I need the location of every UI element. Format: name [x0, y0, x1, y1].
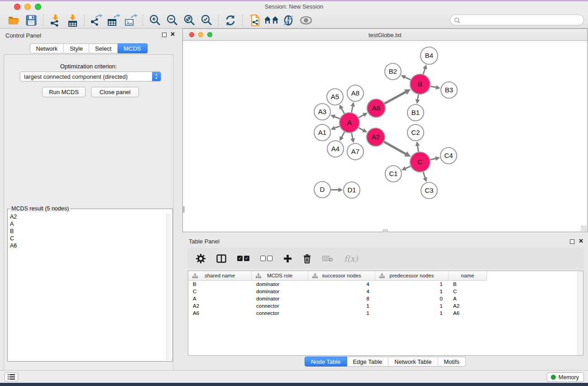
tab-mcds[interactable]: MCDS — [118, 43, 147, 53]
show-graphics-details-button[interactable] — [297, 13, 315, 28]
float-table-panel-icon[interactable] — [570, 239, 574, 244]
graph-node-B3[interactable]: B3 — [441, 82, 457, 98]
column-header-successor-nodes[interactable]: successor nodes — [308, 271, 375, 281]
graph-edge-C-C1[interactable] — [402, 166, 411, 170]
graph-edge-C-C3[interactable] — [423, 172, 427, 182]
graph-edge-A6-B[interactable] — [384, 89, 411, 104]
graph-edge-C-C2[interactable] — [416, 141, 420, 152]
column-header-predecessor-nodes[interactable]: predecessor nodes — [375, 271, 449, 281]
memory-button[interactable]: Memory — [547, 372, 584, 382]
table-cell[interactable]: A2 — [449, 303, 487, 309]
graph-node-B1[interactable]: B1 — [407, 105, 424, 121]
table-cell[interactable]: A6 — [188, 310, 252, 316]
zoom-out-button[interactable] — [163, 13, 181, 28]
table-row[interactable]: A2connector11A2 — [188, 302, 583, 310]
graph-edge-C-C4[interactable] — [430, 157, 440, 161]
graph-node-A2[interactable]: A2 — [367, 128, 385, 146]
table-cell[interactable]: connector — [252, 310, 308, 316]
graph-node-C[interactable]: C — [410, 152, 430, 172]
zoom-selected-button[interactable] — [198, 13, 215, 28]
table-cell[interactable]: 4 — [308, 289, 375, 294]
table-cell[interactable]: B — [188, 281, 252, 287]
graph-node-D[interactable]: D — [314, 181, 330, 198]
titlebar[interactable]: Session: New Session — [0, 1, 588, 12]
graph-edge-B-B1[interactable] — [416, 95, 420, 104]
canvas-vscroll-thumb[interactable] — [183, 206, 185, 213]
close-panel-button[interactable]: Close panel — [91, 87, 139, 97]
column-header-mcds-role[interactable]: MCDS role — [252, 271, 308, 281]
graph-node-A7[interactable]: A7 — [347, 143, 363, 160]
table-cell[interactable]: 1 — [375, 281, 449, 287]
table-row[interactable]: Bdominator41B — [188, 281, 583, 288]
mcds-result-item[interactable]: B — [9, 228, 165, 235]
new-network-from-selection-button[interactable] — [246, 13, 263, 28]
table-cell[interactable]: 1 — [375, 303, 449, 309]
graph-edge-B-B2[interactable] — [401, 75, 411, 80]
graph-node-C4[interactable]: C4 — [440, 148, 457, 164]
table-cell[interactable]: connector — [252, 303, 308, 309]
table-row[interactable]: A6connector11A6 — [188, 310, 583, 317]
mcds-result-item[interactable]: A6 — [9, 242, 165, 249]
split-view-button[interactable] — [216, 254, 226, 263]
delete-column-button[interactable] — [303, 254, 311, 263]
table-cell[interactable]: 4 — [308, 281, 375, 287]
graph-node-A5[interactable]: A5 — [327, 89, 343, 105]
network-graph[interactable]: AA1A2A3A4A5A6A7A8BB1B2B3B4CC1C2C3C4DD1 — [183, 41, 587, 232]
graph-edge-D-D1[interactable] — [331, 188, 343, 192]
mcds-result-item[interactable]: A2 — [9, 213, 165, 220]
graph-edge-B-B3[interactable] — [430, 85, 440, 90]
tab-network[interactable]: Network — [29, 43, 64, 53]
table-cell[interactable]: B — [449, 281, 487, 287]
table-tab-motifs[interactable]: Motifs — [438, 357, 466, 367]
close-table-panel-icon[interactable]: ✕ — [578, 238, 583, 244]
export-image-button[interactable] — [122, 13, 139, 28]
task-history-button[interactable] — [5, 372, 18, 381]
graph-node-C3[interactable]: C3 — [421, 182, 437, 199]
mcds-list-scrollbar[interactable] — [166, 213, 172, 360]
graph-edge-A-A3[interactable] — [330, 114, 340, 119]
table-cell[interactable]: 1 — [375, 289, 449, 294]
graph-edge-A2-C[interactable] — [384, 142, 411, 157]
table-cell[interactable]: 1 — [375, 310, 449, 316]
search-field[interactable] — [450, 14, 584, 25]
criterion-dropdown[interactable]: largest connected component (directed) ▲… — [20, 71, 161, 81]
table-cell[interactable]: 1 — [308, 310, 375, 316]
column-header-name[interactable]: name — [449, 271, 487, 281]
resize-grip-icon[interactable] — [581, 226, 587, 231]
graph-node-C2[interactable]: C2 — [407, 124, 424, 141]
divider-grip[interactable] — [382, 229, 388, 232]
tab-style[interactable]: Style — [64, 43, 89, 53]
table-settings-button[interactable] — [196, 254, 206, 263]
open-session-button[interactable] — [5, 13, 23, 28]
graph-edge-A-A5[interactable] — [339, 105, 344, 114]
graph-node-A1[interactable]: A1 — [314, 124, 330, 141]
graph-node-B2[interactable]: B2 — [385, 63, 401, 80]
graph-node-A4[interactable]: A4 — [327, 141, 344, 157]
table-cell[interactable]: dominator — [252, 289, 308, 294]
graph-node-B[interactable]: B — [410, 74, 430, 94]
graph-node-A6[interactable]: A6 — [367, 99, 385, 117]
table-cell[interactable]: 8 — [308, 296, 375, 301]
zoom-in-button[interactable] — [146, 13, 163, 28]
table-tab-node-table[interactable]: Node Table — [305, 357, 347, 367]
export-network-button[interactable] — [88, 13, 105, 28]
table-cell[interactable]: dominator — [252, 281, 308, 287]
create-column-button[interactable] — [283, 254, 292, 263]
search-input[interactable] — [462, 15, 580, 24]
graph-edge-A-A4[interactable] — [339, 132, 344, 141]
graph-node-D1[interactable]: D1 — [344, 182, 360, 198]
graph-node-A3[interactable]: A3 — [314, 104, 330, 120]
table-cell[interactable]: C — [188, 289, 252, 294]
table-row[interactable]: Cdominator41C — [188, 288, 583, 295]
hide-graphics-details-button[interactable] — [280, 13, 297, 28]
table-tab-network-table[interactable]: Network Table — [388, 357, 438, 367]
graph-node-A8[interactable]: A8 — [347, 85, 363, 101]
table-row[interactable]: Adominator80A — [188, 295, 583, 302]
zoom-fit-button[interactable] — [181, 13, 198, 28]
table-cell[interactable]: 1 — [308, 303, 375, 309]
column-header-shared-name[interactable]: shared name — [188, 271, 252, 281]
graph-edge-A-A7[interactable] — [350, 133, 355, 143]
import-network-button[interactable] — [47, 13, 64, 28]
network-window-titlebar[interactable]: testGlobe.txt — [183, 29, 587, 41]
graph-node-A[interactable]: A — [339, 113, 359, 133]
